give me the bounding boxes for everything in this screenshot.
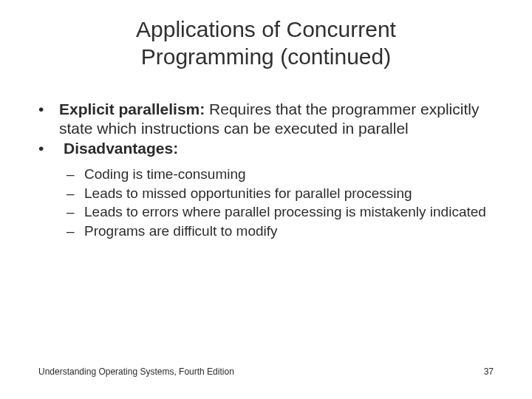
bullet-text: Disadvantages: xyxy=(59,139,494,158)
sub-bullet-marker: – xyxy=(66,185,84,202)
sub-bullet-text: Coding is time-consuming xyxy=(84,166,494,183)
bullet-lead: Disadvantages: xyxy=(64,140,178,157)
sub-bullet-item: – Leads to errors where parallel process… xyxy=(66,203,494,221)
bullet-marker: • xyxy=(38,100,59,119)
sub-bullet-item: – Leads to missed opportunities for para… xyxy=(66,185,494,202)
footer-source: Understanding Operating Systems, Fourth … xyxy=(38,366,234,377)
sub-bullet-text: Programs are difficult to modify xyxy=(84,222,494,240)
bullet-item: • Disadvantages: xyxy=(38,139,494,158)
bullet-text: Explicit parallelism: Requires that the … xyxy=(59,100,494,137)
slide: Applications of Concurrent Programming (… xyxy=(0,0,532,399)
bullet-lead: Explicit parallelism: xyxy=(59,100,205,117)
title-line-2: Programming (continued) xyxy=(141,44,391,69)
bullet-marker: • xyxy=(38,139,59,158)
page-number: 37 xyxy=(484,366,494,377)
sub-bullet-item: – Programs are difficult to modify xyxy=(66,222,494,240)
sub-bullet-marker: – xyxy=(66,222,84,240)
sub-bullet-text: Leads to missed opportunities for parall… xyxy=(84,185,494,202)
sub-bullet-text: Leads to errors where parallel processin… xyxy=(84,203,494,221)
sub-bullet-marker: – xyxy=(66,166,84,183)
slide-title: Applications of Concurrent Programming (… xyxy=(0,0,532,70)
slide-body: • Explicit parallelism: Requires that th… xyxy=(38,100,494,242)
sub-bullet-item: – Coding is time-consuming xyxy=(66,166,494,183)
sub-bullet-list: – Coding is time-consuming – Leads to mi… xyxy=(66,166,494,240)
sub-bullet-marker: – xyxy=(66,203,84,221)
bullet-item: • Explicit parallelism: Requires that th… xyxy=(38,100,494,137)
title-line-1: Applications of Concurrent xyxy=(136,17,396,41)
